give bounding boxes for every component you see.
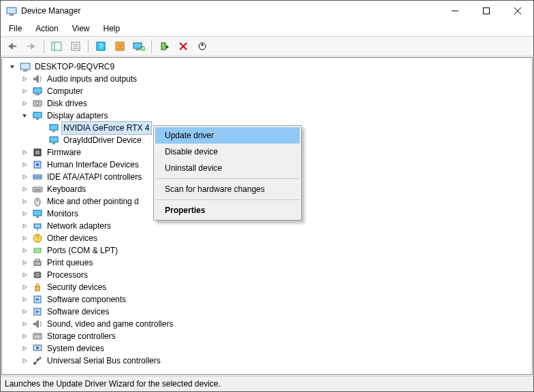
tree-node-software-devices[interactable]: Software devices bbox=[5, 306, 532, 318]
menu-file[interactable]: File bbox=[3, 22, 27, 35]
toolbar-separator bbox=[44, 39, 44, 53]
enable-icon bbox=[159, 42, 170, 51]
tree-node-software-components[interactable]: Software components bbox=[5, 293, 532, 306]
svg-marker-71 bbox=[23, 236, 27, 240]
svg-marker-33 bbox=[23, 77, 27, 81]
tree-node-audio-inputs-and-outputs[interactable]: Audio inputs and outputs bbox=[5, 73, 532, 85]
svg-rect-47 bbox=[50, 137, 58, 142]
expander-open-icon[interactable] bbox=[20, 111, 29, 120]
expander-closed-icon[interactable] bbox=[20, 197, 29, 206]
audio-icon bbox=[32, 74, 43, 84]
expander-closed-icon[interactable] bbox=[20, 148, 29, 157]
context-menu-update-driver[interactable]: Update driver bbox=[155, 127, 300, 144]
expander-closed-icon[interactable] bbox=[20, 270, 29, 280]
properties-button[interactable] bbox=[67, 38, 84, 54]
context-menu-disable-device[interactable]: Disable device bbox=[155, 144, 300, 160]
svg-rect-46 bbox=[52, 131, 55, 132]
expander-closed-icon[interactable] bbox=[20, 282, 29, 292]
tree-node-network-adapters[interactable]: Network adapters bbox=[5, 220, 532, 232]
expander-closed-icon[interactable] bbox=[20, 233, 29, 243]
help-button[interactable]: ? bbox=[92, 38, 110, 54]
uninstall-device-button[interactable] bbox=[174, 38, 192, 54]
tree-node-display-adapters[interactable]: Display adapters bbox=[5, 110, 532, 122]
svg-rect-44 bbox=[36, 118, 39, 120]
tree-node-label: NVIDIA GeForce RTX 4 bbox=[62, 122, 151, 134]
update-driver-button[interactable] bbox=[193, 38, 211, 54]
expander-closed-icon[interactable] bbox=[20, 246, 29, 255]
svg-rect-66 bbox=[33, 210, 42, 216]
svg-rect-8 bbox=[52, 42, 61, 50]
context-menu-properties[interactable]: Properties bbox=[155, 202, 300, 218]
context-menu-uninstall-device[interactable]: Uninstall device bbox=[155, 160, 300, 176]
close-button[interactable] bbox=[502, 1, 533, 21]
tree-node-label: Monitors bbox=[46, 208, 80, 220]
tree-node-print-queues[interactable]: Print queues bbox=[5, 257, 532, 269]
svg-rect-24 bbox=[161, 43, 166, 50]
tree-node-label: IDE ATA/ATAPI controllers bbox=[46, 171, 143, 183]
svg-rect-80 bbox=[35, 259, 40, 261]
cpu-icon bbox=[32, 270, 43, 280]
svg-rect-45 bbox=[50, 125, 58, 130]
expander-open-icon[interactable] bbox=[7, 62, 17, 71]
expander-closed-icon[interactable] bbox=[20, 184, 29, 194]
minimize-button[interactable] bbox=[439, 1, 471, 21]
expander-closed-icon[interactable] bbox=[20, 356, 29, 365]
tree-node-security-devices[interactable]: Security devices bbox=[5, 281, 532, 293]
action-list-button[interactable] bbox=[111, 38, 129, 54]
show-hide-console-tree-button[interactable] bbox=[48, 38, 65, 54]
tree-node-computer[interactable]: Computer bbox=[5, 85, 532, 97]
tree-node-system-devices[interactable]: System devices bbox=[5, 342, 532, 355]
expander-closed-icon[interactable] bbox=[20, 209, 29, 218]
tree-node-storage-controllers[interactable]: Storage controllers bbox=[5, 330, 532, 342]
svg-marker-98 bbox=[23, 334, 27, 338]
tree-node-root[interactable]: DESKTOP-9EQVRC9 bbox=[5, 61, 532, 73]
toolbar: ? bbox=[1, 36, 533, 56]
expander-closed-icon[interactable] bbox=[20, 221, 29, 231]
menu-view[interactable]: View bbox=[67, 22, 95, 35]
svg-point-76 bbox=[35, 250, 37, 251]
expander-closed-icon[interactable] bbox=[20, 86, 29, 96]
svg-marker-87 bbox=[23, 285, 27, 289]
scan-hardware-button[interactable] bbox=[130, 38, 148, 54]
context-menu-scan-hardware[interactable]: Scan for hardware changes bbox=[155, 181, 300, 197]
tree-node-ports-com-lpt[interactable]: Ports (COM & LPT) bbox=[5, 244, 532, 257]
expander-closed-icon[interactable] bbox=[20, 319, 29, 329]
other-icon: ? bbox=[32, 233, 43, 244]
svg-point-77 bbox=[38, 250, 40, 251]
expander-closed-icon[interactable] bbox=[20, 307, 29, 316]
expander-closed-icon[interactable] bbox=[20, 160, 29, 169]
tree-node-disk-drives[interactable]: Disk drives bbox=[5, 97, 532, 110]
tree-node-sound-video-and-game-controllers[interactable]: Sound, video and game controllers bbox=[5, 318, 532, 330]
tree-node-label: Processors bbox=[46, 269, 89, 281]
forward-button[interactable] bbox=[22, 38, 40, 54]
tree-node-label: Other devices bbox=[46, 232, 99, 244]
help-icon: ? bbox=[95, 42, 106, 51]
menu-help[interactable]: Help bbox=[98, 22, 126, 35]
enable-device-button[interactable] bbox=[155, 38, 173, 54]
tree-node-universal-serial-bus-controllers[interactable]: Universal Serial Bus controllers bbox=[5, 355, 532, 367]
expander-closed-icon[interactable] bbox=[20, 344, 29, 353]
svg-point-107 bbox=[40, 357, 42, 359]
svg-marker-89 bbox=[23, 297, 27, 301]
back-button[interactable] bbox=[3, 38, 21, 54]
maximize-button[interactable] bbox=[471, 1, 502, 21]
menu-action[interactable]: Action bbox=[30, 22, 63, 35]
statusbar: Launches the Update Driver Wizard for th… bbox=[1, 376, 533, 391]
expander-closed-icon[interactable] bbox=[20, 74, 29, 84]
tree-node-label: Print queues bbox=[46, 257, 94, 269]
expander-closed-icon[interactable] bbox=[20, 99, 29, 108]
svg-marker-62 bbox=[23, 199, 27, 203]
svg-marker-36 bbox=[23, 89, 27, 93]
expander-closed-icon[interactable] bbox=[20, 331, 29, 341]
expander-closed-icon[interactable] bbox=[20, 172, 29, 182]
tree-node-label: Keyboards bbox=[46, 183, 87, 195]
svg-text:?: ? bbox=[99, 43, 103, 50]
usb-icon bbox=[32, 355, 43, 366]
svg-marker-49 bbox=[23, 150, 27, 154]
tree-node-other-devices[interactable]: ?Other devices bbox=[5, 232, 532, 244]
tree-node-processors[interactable]: Processors bbox=[5, 269, 532, 281]
tree-node-label: Mice and other pointing d bbox=[46, 195, 140, 208]
expander-closed-icon[interactable] bbox=[20, 295, 29, 304]
tree-node-label: System devices bbox=[46, 342, 106, 355]
expander-closed-icon[interactable] bbox=[20, 258, 29, 267]
